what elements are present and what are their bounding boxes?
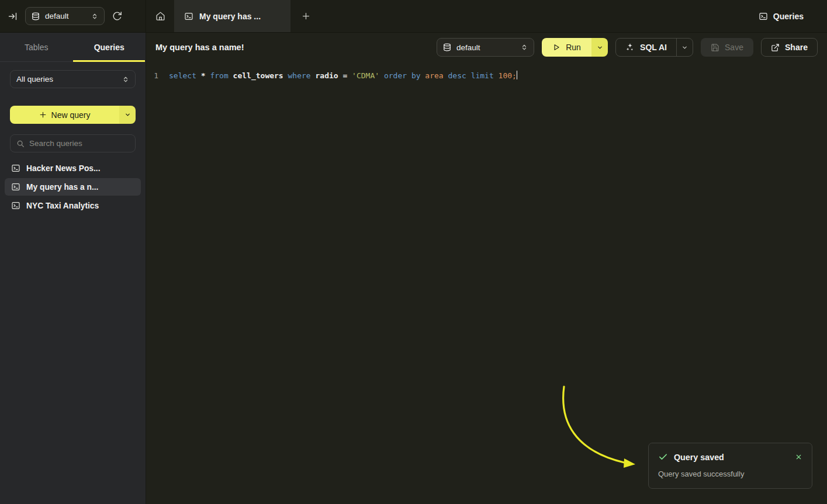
close-icon — [795, 453, 802, 461]
new-query-button[interactable]: New query — [10, 106, 136, 124]
queries-indicator[interactable]: Queries — [759, 0, 827, 32]
play-icon — [552, 43, 560, 51]
topbar: default My query — [0, 0, 827, 33]
tab-queries-label: Queries — [94, 43, 124, 52]
chevron-down-icon — [597, 44, 603, 51]
tab-tables[interactable]: Tables — [0, 33, 73, 61]
editor-database-select[interactable]: default — [437, 38, 534, 57]
query-title: My query has a name! — [155, 43, 244, 52]
topbar-database-value: default — [45, 12, 69, 20]
new-query-main[interactable]: New query — [10, 106, 119, 124]
new-tab-button[interactable] — [290, 0, 321, 32]
query-item-label: Hacker News Pos... — [26, 164, 101, 173]
line-number: 1 — [146, 69, 164, 82]
query-list-item[interactable]: NYC Taxi Analytics — [5, 197, 141, 214]
code-token: where — [288, 71, 316, 80]
code-token: radio — [315, 71, 342, 80]
sql-editor[interactable]: 1 select * from cell_towers where radio … — [146, 62, 827, 504]
code-token: order — [384, 71, 411, 80]
refresh-button[interactable] — [112, 11, 122, 21]
sidebar: Tables Queries All queries — [0, 33, 146, 504]
code-text: select * from cell_towers where radio = … — [164, 69, 517, 82]
code-token: by — [411, 71, 425, 80]
code-token: desc — [448, 71, 471, 80]
terminal-icon — [11, 164, 20, 173]
run-label: Run — [566, 43, 581, 52]
database-icon — [32, 12, 40, 20]
query-item-label: My query has a n... — [26, 183, 98, 192]
tab-queries[interactable]: Queries — [73, 33, 146, 61]
chevrons-up-down-icon — [122, 76, 129, 83]
code-token: from — [210, 71, 233, 80]
collapse-sidebar-icon — [8, 12, 18, 21]
sql-ai-button[interactable]: SQL AI — [615, 38, 693, 57]
sidebar-filter: All queries — [10, 70, 136, 88]
share-icon — [771, 43, 780, 52]
chevron-down-icon — [681, 44, 688, 51]
queries-filter-select[interactable]: All queries — [10, 70, 136, 88]
sql-ai-label: SQL AI — [640, 43, 667, 52]
terminal-icon — [184, 12, 193, 21]
tab-label: My query has ... — [199, 12, 261, 21]
query-list-item[interactable]: My query has a n... — [5, 178, 141, 196]
database-icon — [443, 43, 451, 51]
code-token: limit — [471, 71, 499, 80]
chevrons-up-down-icon — [521, 44, 528, 51]
query-list: Hacker News Pos... My query has a n... — [0, 159, 146, 214]
editor-database-value: default — [456, 43, 480, 52]
new-query-dropdown[interactable] — [119, 106, 136, 124]
code-token: * — [201, 71, 210, 80]
sidebar-tabs: Tables Queries — [0, 33, 146, 62]
code-token: = — [342, 71, 352, 80]
code-token: cell_towers — [233, 71, 288, 80]
chevron-down-icon — [124, 112, 131, 118]
save-label: Save — [725, 43, 743, 52]
query-list-item[interactable]: Hacker News Pos... — [5, 159, 141, 177]
check-icon — [658, 452, 668, 462]
toast-message: Query saved successfully — [658, 470, 802, 478]
run-dropdown[interactable] — [591, 38, 608, 57]
plus-icon — [302, 12, 310, 20]
toast-query-saved: Query saved Query saved successfully — [648, 443, 812, 489]
run-button[interactable]: Run — [542, 38, 608, 57]
topbar-database-select[interactable]: default — [25, 7, 105, 25]
editor-header-controls: default Run — [437, 38, 818, 57]
search-icon — [16, 140, 25, 148]
chevrons-up-down-icon — [91, 13, 98, 20]
run-button-main[interactable]: Run — [542, 38, 591, 57]
sql-ai-main[interactable]: SQL AI — [616, 39, 676, 56]
code-token: 'CDMA' — [352, 71, 384, 80]
plus-icon — [39, 111, 47, 119]
share-button[interactable]: Share — [761, 38, 818, 57]
home-button[interactable] — [146, 0, 174, 32]
refresh-icon — [112, 11, 122, 21]
terminal-icon — [11, 182, 20, 192]
toast-close-button[interactable] — [795, 453, 802, 461]
collapse-sidebar-button[interactable] — [8, 12, 18, 21]
editor-header: My query has a name! default — [146, 33, 827, 62]
queries-indicator-label: Queries — [773, 12, 804, 21]
code-token: select — [169, 71, 201, 80]
query-item-label: NYC Taxi Analytics — [26, 201, 99, 210]
code-token: 100; — [499, 71, 517, 80]
text-cursor — [517, 71, 518, 79]
terminal-icon — [759, 12, 768, 21]
sql-ai-dropdown[interactable] — [676, 39, 693, 56]
search-queries-box — [10, 134, 136, 152]
share-label: Share — [785, 43, 808, 52]
topbar-left: default — [0, 0, 146, 32]
tab-my-query[interactable]: My query has ... — [174, 0, 290, 32]
terminal-icon — [11, 201, 20, 210]
tab-tables-label: Tables — [25, 43, 48, 52]
toast-title: Query saved — [674, 453, 724, 462]
save-button[interactable]: Save — [701, 38, 753, 57]
sparkles-icon — [625, 43, 635, 52]
save-icon — [711, 43, 719, 52]
home-icon — [155, 11, 165, 21]
code-token: area — [425, 71, 448, 80]
code-line: 1 select * from cell_towers where radio … — [146, 69, 827, 82]
main-panel: My query has a name! default — [146, 33, 827, 504]
search-queries-input[interactable] — [29, 139, 133, 148]
new-query-label: New query — [51, 110, 91, 120]
queries-filter-value: All queries — [16, 75, 53, 84]
